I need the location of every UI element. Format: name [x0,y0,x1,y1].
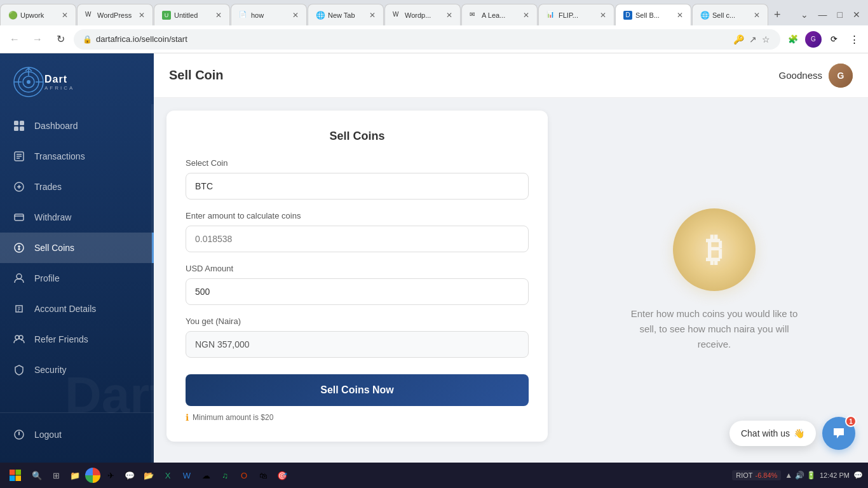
taskbar-chrome-icon[interactable] [85,468,100,483]
taskbar-explorer-icon[interactable]: 📂 [140,466,158,484]
taskbar-whatsapp-icon[interactable]: 💬 [121,466,139,484]
tab-close-icon[interactable]: ✕ [600,11,606,20]
share-icon[interactable]: ↗ [748,33,758,46]
maximize-button[interactable]: □ [835,8,845,21]
refresh-button[interactable]: ↻ [51,30,70,49]
minimize-button[interactable]: — [816,8,830,21]
new-tab-button[interactable]: + [769,6,786,24]
naira-label: You get (Naira) [186,316,529,326]
tab-close-icon[interactable]: ✕ [292,11,299,20]
tab-close-icon[interactable]: ✕ [677,11,683,20]
tab-close-icon[interactable]: ✕ [523,11,529,20]
trades-label: Trades [34,182,62,192]
svg-point-24 [19,336,23,339]
header-username: Goodness [779,70,822,81]
taskbar-taskview-icon[interactable]: ⊞ [47,466,65,484]
logout-label: Logout [34,430,62,440]
usd-input[interactable] [186,278,529,305]
riot-label: RIOT [736,471,752,479]
svg-rect-28 [10,476,15,482]
svg-point-23 [15,336,19,339]
tab-how[interactable]: 📄 how ✕ [231,4,307,25]
taskbar-file-icon[interactable]: 📁 [66,466,84,484]
trades-icon [13,180,25,193]
tab-new[interactable]: 🌐 New Tab ✕ [308,4,384,25]
chat-button[interactable]: 1 [822,417,855,450]
tab-label: FLIP... [559,11,597,19]
taskbar-spotify-icon[interactable]: ♫ [216,466,234,484]
taskbar-onedrive-icon[interactable]: ☁ [197,466,215,484]
content-area: Sell Coins Select Coin Enter amount to c… [154,98,868,463]
chat-icon [832,426,846,440]
tab-sellb[interactable]: D Sell B... ✕ [615,4,691,25]
tab-favicon: D [623,11,632,20]
amount-input[interactable] [186,226,529,252]
dart-logo-svg [13,66,44,98]
profile-icon [13,272,25,285]
tab-word[interactable]: W Wordp... ✕ [384,4,461,25]
extensions-icon[interactable]: 🧩 [784,30,802,48]
sidebar-item-withdraw[interactable]: Withdraw [0,202,154,233]
chat-badge: 1 [845,416,857,427]
tab-close-icon[interactable]: ✕ [369,11,376,20]
dashboard-icon [13,119,25,132]
sidebar-item-dashboard[interactable]: Dashboard [0,111,154,141]
usd-group: USD Amount [186,264,529,305]
profile-circle[interactable]: G [804,30,822,48]
svg-rect-27 [16,470,22,475]
taskbar-excel-icon[interactable]: X [159,466,177,484]
tab-close-icon[interactable]: ✕ [754,11,760,20]
taskbar-word-icon[interactable]: W [178,466,196,484]
taskbar-store-icon[interactable]: 🛍 [254,466,272,484]
sidebar-watermark: Dart [65,366,154,424]
start-button[interactable] [5,465,25,485]
select-coin-input[interactable] [186,173,529,200]
sidebar-item-refer-friends[interactable]: Refer Friends [0,324,154,355]
tab-upwork[interactable]: 🟢 Upwork ✕ [0,4,76,25]
tab-menu-button[interactable]: ⌄ [798,8,811,21]
tab-favicon: 📊 [546,11,555,20]
notification-icon[interactable]: 💬 [853,471,863,480]
tab-favicon: 🌐 [700,11,709,20]
taskbar-telegram-icon[interactable]: ✈ [102,466,119,484]
select-coin-label: Select Coin [186,158,529,168]
tab-wordpress[interactable]: W WordPress ✕ [77,4,153,25]
svg-rect-7 [14,121,18,125]
amount-group: Enter amount to calculate coins [186,211,529,252]
tab-sellc[interactable]: 🌐 Sell c... ✕ [692,4,768,25]
taskbar-search-icon[interactable]: 🔍 [28,466,46,484]
tab-favicon: W [85,11,94,20]
tab-flip[interactable]: 📊 FLIP... ✕ [538,4,614,25]
sidebar-item-account-details[interactable]: Account Details [0,294,154,324]
select-coin-group: Select Coin [186,158,529,200]
sidebar-item-transactions[interactable]: Transactions [0,141,154,172]
tab-label: A Lea... [482,11,520,19]
tab-untitled[interactable]: U Untitled ✕ [154,4,230,25]
sync-icon[interactable]: ⟳ [825,30,843,48]
refer-friends-icon [13,333,25,346]
sidebar-item-sell-coins[interactable]: Sell Coins [0,233,154,263]
account-details-icon [13,302,25,315]
key-icon[interactable]: 🔑 [732,33,745,46]
tab-close-icon[interactable]: ✕ [139,11,145,20]
profile-label: Profile [34,273,60,283]
tab-lea[interactable]: ✉ A Lea... ✕ [461,4,538,25]
tab-label: Sell B... [635,11,674,19]
tab-close-icon[interactable]: ✕ [215,11,222,20]
svg-rect-10 [20,126,24,131]
forward-button[interactable]: → [28,30,47,49]
sidebar-item-profile[interactable]: Profile [0,263,154,294]
tab-label: Upwork [20,11,59,19]
tab-close-icon[interactable]: ✕ [62,11,68,20]
sell-coins-icon [13,241,25,254]
sell-coins-button[interactable]: Sell Coins Now [186,374,529,406]
tab-close-icon[interactable]: ✕ [446,11,452,20]
menu-icon[interactable]: ⋮ [845,30,863,48]
taskbar-dart-icon[interactable]: 🎯 [273,466,291,484]
sidebar-item-trades[interactable]: Trades [0,172,154,202]
close-button[interactable]: ✕ [850,8,863,21]
address-bar[interactable]: 🔒 dartafrica.io/sellcoin/start 🔑 ↗ ☆ [74,29,780,50]
star-icon[interactable]: ☆ [761,33,771,46]
back-button[interactable]: ← [5,30,24,49]
taskbar-office-icon[interactable]: O [235,466,253,484]
